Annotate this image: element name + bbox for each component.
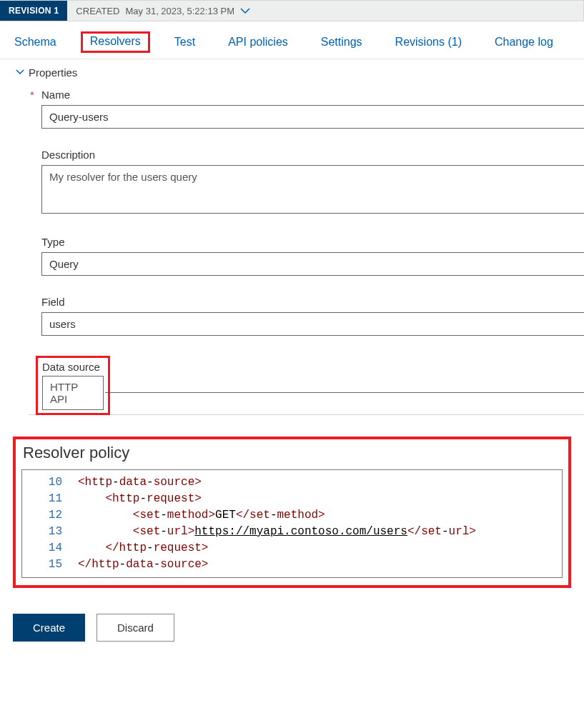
- required-asterisk-icon: *: [30, 89, 34, 101]
- name-row: * Name: [41, 89, 584, 129]
- tab-revisions[interactable]: Revisions (1): [394, 34, 463, 50]
- properties-form: * Name Description Type Field Data sourc…: [0, 89, 584, 393]
- line-number: 12: [22, 507, 78, 524]
- create-button[interactable]: Create: [13, 614, 85, 642]
- field-label: Field: [41, 296, 65, 308]
- tab-bar: Schema Resolvers Test API policies Setti…: [0, 21, 584, 59]
- resolver-policy-section: Resolver policy 10<http-data-source>11 <…: [13, 437, 571, 588]
- tab-settings[interactable]: Settings: [320, 34, 364, 50]
- description-row: Description: [41, 149, 584, 216]
- code-line[interactable]: 11 <http-request>: [22, 491, 562, 507]
- revision-created-prefix: CREATED: [76, 6, 119, 16]
- code-content: <set-method>GET</set-method>: [78, 507, 325, 524]
- code-line[interactable]: 15</http-data-source>: [22, 557, 562, 573]
- revision-created[interactable]: CREATED May 31, 2023, 5:22:13 PM: [67, 1, 259, 21]
- footer-buttons: Create Discard: [13, 614, 584, 650]
- data-source-label: Data source: [42, 361, 100, 373]
- code-line[interactable]: 13 <set-url>https://myapi.contoso.com/us…: [22, 524, 562, 540]
- description-input[interactable]: [41, 165, 584, 214]
- code-line[interactable]: 14 </http-request>: [22, 540, 562, 557]
- code-content: <http-data-source>: [78, 474, 202, 491]
- discard-button[interactable]: Discard: [96, 614, 174, 642]
- revision-badge: REVISION 1: [0, 1, 67, 21]
- type-row: Type: [41, 236, 584, 276]
- resolver-policy-title: Resolver policy: [23, 444, 563, 462]
- description-label: Description: [41, 149, 95, 161]
- tab-schema[interactable]: Schema: [13, 34, 58, 50]
- data-source-select[interactable]: HTTP API: [42, 376, 104, 410]
- tab-resolvers[interactable]: Resolvers: [81, 31, 150, 53]
- code-content: <set-url>https://myapi.contoso.com/users…: [78, 524, 476, 540]
- code-content: </http-request>: [78, 540, 208, 557]
- chevron-down-icon: [16, 67, 24, 78]
- properties-label: Properties: [29, 66, 77, 79]
- tab-test[interactable]: Test: [173, 34, 197, 50]
- chevron-down-icon: [240, 6, 250, 16]
- line-number: 11: [22, 491, 78, 507]
- line-number: 13: [22, 524, 78, 540]
- field-select[interactable]: [41, 312, 584, 336]
- code-content: <http-request>: [78, 491, 202, 507]
- data-source-border: [105, 392, 584, 393]
- revision-created-value: May 31, 2023, 5:22:13 PM: [126, 6, 234, 16]
- name-label: Name: [41, 89, 70, 101]
- field-row: Field: [41, 296, 584, 336]
- data-source-row: Data source HTTP API: [41, 356, 584, 393]
- properties-section-header[interactable]: Properties: [0, 59, 584, 89]
- code-line[interactable]: 10<http-data-source>: [22, 474, 562, 491]
- revision-bar: REVISION 1 CREATED May 31, 2023, 5:22:13…: [0, 0, 584, 21]
- tab-change-log[interactable]: Change log: [493, 34, 555, 50]
- tab-api-policies[interactable]: API policies: [227, 34, 289, 50]
- code-content: </http-data-source>: [78, 557, 208, 573]
- type-label: Type: [41, 236, 65, 248]
- code-line[interactable]: 12 <set-method>GET</set-method>: [22, 507, 562, 524]
- line-number: 10: [22, 474, 78, 491]
- resolver-policy-editor[interactable]: 10<http-data-source>11 <http-request>12 …: [21, 469, 563, 578]
- line-number: 15: [22, 557, 78, 573]
- name-input[interactable]: [41, 105, 584, 129]
- line-number: 14: [22, 540, 78, 557]
- type-select[interactable]: [41, 252, 584, 276]
- section-divider: [29, 414, 584, 415]
